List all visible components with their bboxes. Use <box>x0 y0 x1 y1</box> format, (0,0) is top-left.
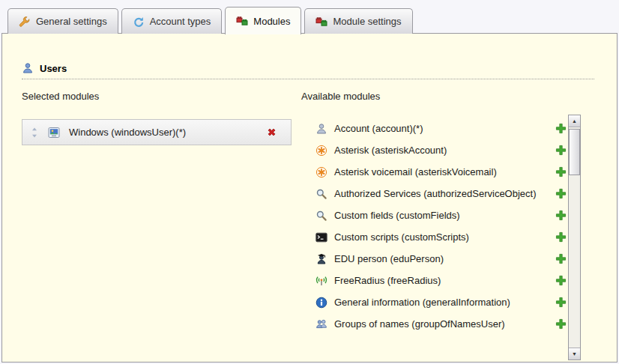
asterisk-icon <box>315 166 327 178</box>
add-module-button[interactable] <box>555 166 567 178</box>
add-module-button[interactable] <box>555 318 567 330</box>
module-label: EDU person (eduPerson) <box>334 253 548 264</box>
remove-module-button[interactable] <box>265 127 277 139</box>
group-icon <box>315 318 327 330</box>
available-module-row: FreeRadius (freeRadius) <box>301 270 567 291</box>
section-divider <box>22 79 594 79</box>
module-label: Windows (windowsUser)(*) <box>69 127 186 138</box>
add-module-button[interactable] <box>555 188 567 200</box>
scroll-down-button[interactable]: ▼ <box>569 348 580 360</box>
modules-icon <box>236 15 248 27</box>
module-label: Account (account)(*) <box>334 123 548 134</box>
scroll-up-button[interactable]: ▲ <box>569 115 580 127</box>
magnifier-icon <box>315 188 327 200</box>
drag-icon[interactable] <box>30 127 39 139</box>
account-icon <box>315 123 327 135</box>
available-module-row: Custom scripts (customScripts) <box>301 226 567 248</box>
asterisk-icon <box>315 145 327 157</box>
edu-person-icon <box>315 253 327 265</box>
section-title: Users <box>40 63 67 74</box>
add-module-button[interactable] <box>555 123 567 135</box>
terminal-icon <box>315 231 327 243</box>
available-module-row: Authorized Services (authorizedServiceOb… <box>301 183 567 204</box>
available-modules-heading: Available modules <box>301 91 380 102</box>
available-modules-list: Account (account)(*)Asterisk (asteriskAc… <box>301 118 567 335</box>
add-module-button[interactable] <box>555 253 567 265</box>
module-label: Groups of names (groupOfNamesUser) <box>334 318 548 330</box>
available-module-row: Custom fields (customFields) <box>301 204 567 226</box>
tab-general-settings[interactable]: General settings <box>7 8 118 34</box>
add-module-button[interactable] <box>555 145 567 157</box>
available-module-row: Asterisk (asteriskAccount) <box>301 139 567 161</box>
available-module-row: EDU person (eduPerson) <box>301 248 567 270</box>
add-module-button[interactable] <box>555 231 567 243</box>
tab-label: Account types <box>150 16 211 27</box>
refresh-icon <box>133 16 145 28</box>
add-module-button[interactable] <box>555 210 567 222</box>
antenna-icon <box>315 275 327 287</box>
module-label: General information (generalInformation) <box>334 297 548 308</box>
selected-modules-list: Windows (windowsUser)(*) <box>22 119 292 145</box>
scrollbar-track[interactable] <box>569 127 580 348</box>
selected-modules-heading: Selected modules <box>22 91 99 102</box>
tab-label: General settings <box>36 16 107 27</box>
module-label: Asterisk voicemail (asteriskVoicemail) <box>334 166 548 178</box>
add-module-button[interactable] <box>555 275 567 287</box>
modules-panel: Users Selected modules Available modules… <box>1 33 618 363</box>
tools-icon <box>19 16 31 28</box>
module-label: Custom fields (customFields) <box>334 210 548 221</box>
module-label: FreeRadius (freeRadius) <box>334 275 548 286</box>
tab-bar: General settings Account types Modules M… <box>7 6 413 34</box>
lam-configuration-page: General settings Account types Modules M… <box>0 0 619 364</box>
section-header: Users <box>22 62 67 74</box>
module-label: Custom scripts (customScripts) <box>334 231 548 243</box>
tab-label: Modules <box>253 16 290 27</box>
magnifier-icon <box>315 210 327 222</box>
add-module-button[interactable] <box>555 297 567 309</box>
scrollbar-thumb[interactable] <box>569 129 580 175</box>
available-module-row: Groups of names (groupOfNamesUser) <box>301 313 567 335</box>
selected-module-row[interactable]: Windows (windowsUser)(*) <box>22 119 292 145</box>
user-icon <box>22 62 34 74</box>
module-label: Authorized Services (authorizedServiceOb… <box>334 188 548 199</box>
tab-module-settings[interactable]: Module settings <box>304 8 412 34</box>
tab-account-types[interactable]: Account types <box>121 8 223 34</box>
available-modules-scrollbar[interactable]: ▲ ▼ <box>568 115 581 360</box>
tab-modules[interactable]: Modules <box>225 7 301 34</box>
module-settings-icon <box>315 16 327 28</box>
module-label: Asterisk (asteriskAccount) <box>334 145 548 156</box>
windows-icon <box>48 127 60 139</box>
available-module-row: Asterisk voicemail (asteriskVoicemail) <box>301 161 567 183</box>
available-module-row: General information (generalInformation) <box>301 291 567 313</box>
tab-label: Module settings <box>333 16 401 27</box>
info-icon <box>315 297 327 309</box>
available-module-row: Account (account)(*) <box>301 118 567 139</box>
